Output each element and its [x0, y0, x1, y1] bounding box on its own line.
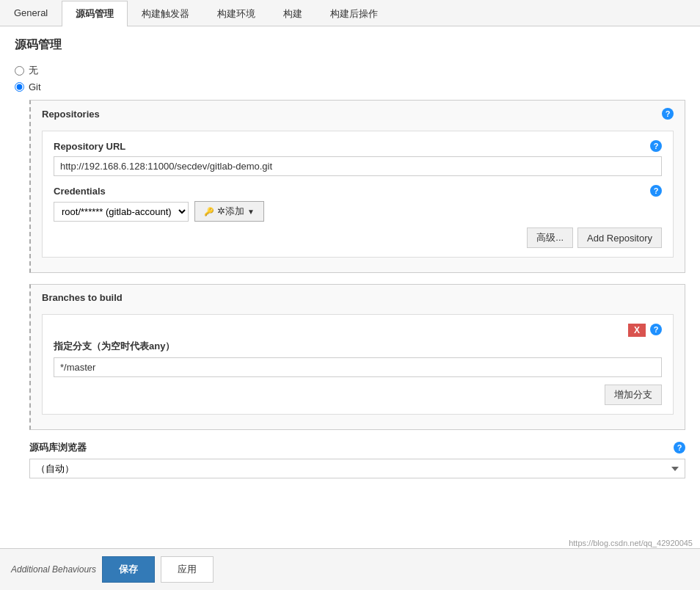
branch-panel: X ? 指定分支（为空时代表any） 增加分支: [42, 314, 674, 415]
branches-section-label: Branches to build: [42, 292, 123, 303]
repo-url-input[interactable]: [54, 156, 662, 176]
additional-behaviours-label: Additional Behaviours: [11, 564, 96, 575]
repositories-section: Repositories ? Repository URL ? Credenti…: [29, 100, 685, 273]
tab-post-build[interactable]: 构建后操作: [316, 1, 392, 26]
repo-url-label: Repository URL: [54, 141, 125, 152]
source-browser-help-icon[interactable]: ?: [674, 442, 685, 454]
source-browser-select[interactable]: （自动）: [29, 459, 685, 478]
branches-section: Branches to build X ? 指定分支（为空时代表any） 增加分…: [29, 284, 685, 430]
radio-none[interactable]: [15, 66, 24, 76]
add-credential-button[interactable]: 🔑 ✲添加 ▼: [194, 201, 264, 222]
credentials-help-icon[interactable]: ?: [650, 185, 662, 197]
tab-source-mgmt[interactable]: 源码管理: [62, 1, 128, 26]
branch-input[interactable]: [54, 357, 662, 377]
repo-url-help-icon[interactable]: ?: [650, 140, 662, 152]
radio-group: 无 Git: [15, 64, 685, 92]
repository-panel: Repository URL ? Credentials ? root/****…: [42, 131, 674, 258]
radio-none-label: 无: [29, 64, 38, 77]
radio-git-label: Git: [29, 81, 41, 92]
tab-build[interactable]: 构建: [269, 1, 316, 26]
branch-field-label: 指定分支（为空时代表any）: [54, 340, 175, 353]
tab-build-env[interactable]: 构建环境: [203, 1, 269, 26]
add-button-label: ✲添加: [217, 205, 244, 218]
credentials-label: Credentials: [54, 186, 106, 197]
key-icon: 🔑: [204, 207, 214, 216]
footer-bar: Additional Behaviours 保存 应用: [0, 548, 700, 590]
tab-build-trigger[interactable]: 构建触发器: [128, 1, 203, 26]
advanced-button[interactable]: 高级...: [527, 227, 573, 248]
watermark: https://blog.csdn.net/qq_42920045: [569, 539, 693, 547]
add-branch-button[interactable]: 增加分支: [605, 385, 662, 405]
branch-help-icon[interactable]: ?: [650, 324, 662, 335]
repositories-section-label: Repositories: [42, 109, 100, 120]
source-browser-label: 源码库浏览器: [29, 441, 87, 454]
repo-buttons-row: 高级... Add Repository: [54, 227, 662, 248]
credentials-row: root/****** (gitlab-account) 🔑 ✲添加 ▼: [54, 201, 662, 222]
radio-git[interactable]: [15, 82, 24, 92]
branch-delete-row: X ?: [54, 324, 662, 337]
tab-bar: General 源码管理 构建触发器 构建环境 构建 构建后操作: [0, 0, 700, 26]
repositories-help-icon[interactable]: ?: [662, 108, 674, 120]
page-title: 源码管理: [15, 37, 685, 53]
branch-delete-button[interactable]: X: [628, 324, 646, 337]
credentials-select[interactable]: root/****** (gitlab-account): [54, 202, 189, 222]
dropdown-arrow-icon: ▼: [247, 208, 255, 216]
apply-button[interactable]: 应用: [161, 556, 214, 583]
add-repository-button[interactable]: Add Repository: [577, 227, 662, 248]
tab-general[interactable]: General: [0, 1, 62, 26]
source-browser-section: 源码库浏览器 ? （自动）: [29, 441, 685, 478]
save-button[interactable]: 保存: [102, 556, 155, 583]
